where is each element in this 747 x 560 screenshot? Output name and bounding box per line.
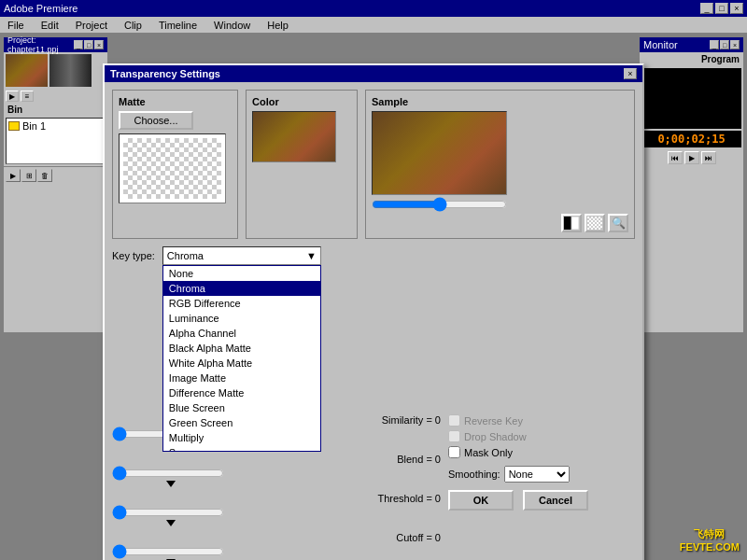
watermark-url: FEVTE.COM	[680, 541, 740, 553]
zoom-icon-btn[interactable]: 🔍	[608, 214, 628, 232]
bw-icon-btn[interactable]	[561, 214, 582, 232]
cancel-button[interactable]: Cancel	[523, 490, 588, 511]
option-diff-matte[interactable]: Difference Matte	[163, 385, 320, 400]
option-alpha[interactable]: Alpha Channel	[163, 326, 320, 341]
menu-window[interactable]: Window	[210, 19, 254, 32]
watermark: 飞特网 FEVTE.COM	[680, 527, 740, 553]
monitor-close[interactable]: ×	[730, 40, 740, 49]
app-title-bar: Adobe Premiere _ □ ×	[0, 0, 747, 17]
sample-label: Sample	[372, 96, 628, 107]
transparency-dialog: Transparency Settings × Matte Choose... …	[103, 63, 644, 560]
sample-icon-btns: 🔍	[372, 214, 628, 232]
dialog-action-btns: OK Cancel	[448, 490, 635, 511]
app-title: Adobe Premiere	[4, 3, 78, 14]
drop-shadow-row: Drop Shadow	[448, 430, 635, 442]
key-type-dropdown-list: None Chroma RGB Difference Luminance Alp…	[162, 265, 321, 452]
sample-slider[interactable]	[372, 201, 507, 208]
matte-label: Matte	[119, 96, 232, 107]
program-label: Program	[640, 52, 743, 66]
minimize-btn[interactable]: _	[700, 3, 713, 14]
project-close[interactable]: ×	[94, 40, 104, 49]
svg-rect-1	[571, 217, 579, 230]
monitor-screen	[641, 68, 741, 129]
close-btn[interactable]: ×	[730, 3, 743, 14]
threshold-slider[interactable]	[112, 505, 224, 520]
monitor-title-label: Monitor	[643, 39, 678, 50]
transport-controls: ⏮ ▶ ⏭	[640, 149, 743, 166]
key-type-label: Key type:	[112, 250, 155, 261]
mask-only-label: Mask Only	[464, 447, 513, 458]
transport-play[interactable]: ▶	[684, 151, 699, 164]
project-maximize[interactable]: □	[84, 40, 93, 49]
option-multiply[interactable]: Multiply	[163, 430, 320, 445]
bin-item[interactable]: Bin 1	[8, 120, 103, 132]
dropdown-arrow-icon: ▼	[306, 250, 317, 261]
transport-prev[interactable]: ⏮	[668, 151, 683, 164]
key-type-dropdown-wrapper: Chroma ▼ None Chroma RGB Difference Lumi…	[162, 246, 321, 265]
project-minimize[interactable]: _	[74, 40, 83, 49]
thumbnail-2	[49, 54, 92, 87]
monitor-minimize[interactable]: _	[710, 40, 719, 49]
choose-button[interactable]: Choose...	[119, 111, 193, 130]
proj-tool-3[interactable]: 🗑	[37, 169, 52, 182]
smoothing-label: Smoothing:	[448, 469, 500, 480]
option-white-alpha[interactable]: White Alpha Matte	[163, 356, 320, 371]
proj-tool-1[interactable]: ▶	[6, 169, 21, 182]
monitor-maximize[interactable]: □	[720, 40, 729, 49]
menu-file[interactable]: File	[4, 19, 28, 32]
project-toolbar: ▶ ⊞ 🗑	[4, 166, 107, 184]
matte-preview	[119, 133, 226, 203]
menu-help[interactable]: Help	[263, 19, 292, 32]
cutoff-slider[interactable]	[112, 544, 224, 559]
menu-timeline[interactable]: Timeline	[155, 19, 201, 32]
option-screen[interactable]: Screen	[163, 445, 320, 452]
option-green-screen[interactable]: Green Screen	[163, 415, 320, 430]
proj-tool-2[interactable]: ⊞	[21, 169, 36, 182]
maximize-btn[interactable]: □	[715, 3, 728, 14]
blend-label: Blend = 0	[112, 454, 441, 465]
smoothing-row: Smoothing: None Low High	[448, 466, 635, 483]
option-chroma[interactable]: Chroma	[163, 281, 320, 296]
blend-slider[interactable]	[112, 466, 224, 481]
app-controls: _ □ ×	[700, 3, 743, 14]
color-preview	[252, 111, 336, 162]
time-display: 0;00;02;15	[641, 131, 741, 147]
key-type-dropdown[interactable]: Chroma ▼	[162, 246, 321, 265]
checker-pattern	[123, 138, 221, 199]
folder-icon	[8, 121, 20, 131]
option-luminance[interactable]: Luminance	[163, 311, 320, 326]
option-image-matte[interactable]: Image Matte	[163, 371, 320, 385]
transport-next[interactable]: ⏭	[701, 151, 716, 164]
dialog-top-sections: Matte Choose... Color Sample	[112, 90, 635, 239]
mask-only-checkbox[interactable]	[448, 446, 460, 458]
menu-project[interactable]: Project	[72, 19, 111, 32]
dialog-close-btn[interactable]: ×	[624, 68, 637, 79]
blend-arrow	[166, 481, 176, 487]
reverse-key-checkbox[interactable]	[448, 414, 460, 427]
blend-row: Blend = 0	[112, 454, 441, 487]
menu-clip[interactable]: Clip	[120, 19, 146, 32]
option-none[interactable]: None	[163, 266, 320, 281]
option-rgb-diff[interactable]: RGB Difference	[163, 296, 320, 311]
option-blue-screen[interactable]: Blue Screen	[163, 400, 320, 415]
svg-rect-0	[564, 217, 571, 230]
cutoff-label: Cutoff = 0	[112, 532, 441, 543]
menu-edit[interactable]: Edit	[37, 19, 63, 32]
tool-btn-2[interactable]: ≡	[21, 91, 34, 102]
blend-slider-row	[112, 466, 441, 481]
matte-section: Matte Choose...	[112, 90, 238, 239]
ok-button[interactable]: OK	[448, 490, 514, 511]
dialog-title-text: Transparency Settings	[110, 68, 220, 79]
tool-btn-1[interactable]: ▶	[6, 91, 19, 102]
cutoff-row: Cutoff = 0	[112, 532, 441, 560]
bin-label: Bin	[6, 104, 106, 116]
threshold-arrow	[166, 520, 176, 526]
smoothing-select[interactable]: None Low High	[504, 466, 570, 483]
threshold-slider-row	[112, 505, 441, 520]
drop-shadow-checkbox[interactable]	[448, 430, 460, 442]
checker-icon-btn[interactable]	[585, 214, 605, 232]
key-type-selected: Chroma	[167, 250, 204, 261]
cutoff-slider-row	[112, 544, 441, 559]
reverse-key-row: Reverse Key	[448, 414, 635, 427]
option-black-alpha[interactable]: Black Alpha Matte	[163, 341, 320, 356]
